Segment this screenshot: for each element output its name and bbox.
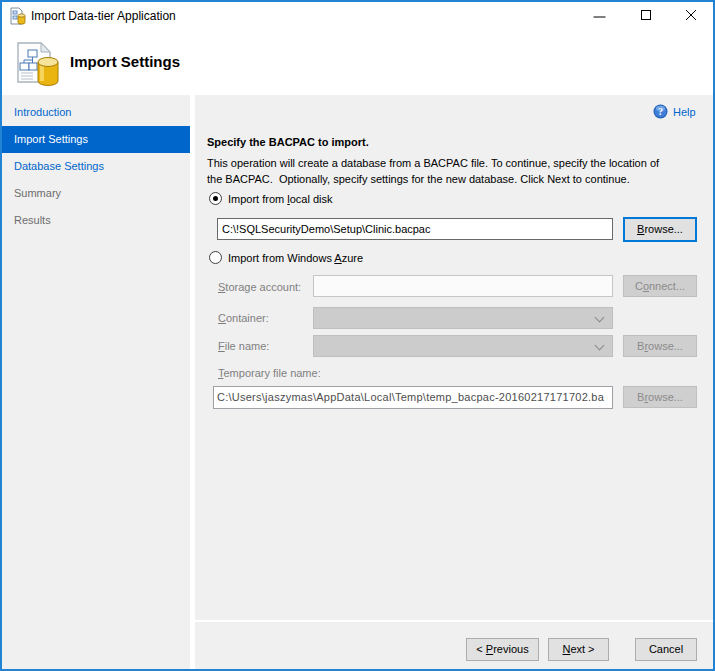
svg-text:?: ? xyxy=(658,106,663,117)
file-name-combobox xyxy=(313,335,613,357)
help-icon: ? xyxy=(653,104,668,119)
page-description: This operation will create a database fr… xyxy=(207,156,707,187)
app-icon xyxy=(9,7,27,25)
chevron-down-icon xyxy=(595,341,605,351)
nav-item-introduction[interactable]: Introduction xyxy=(0,99,190,126)
minimize-button[interactable] xyxy=(577,0,622,30)
import-local-disk-radio[interactable] xyxy=(209,192,222,205)
previous-button[interactable]: < Previous xyxy=(466,638,539,661)
temporary-file-name-label: Temporary file name: xyxy=(218,367,321,379)
browse-temp-button: Browse... xyxy=(623,386,697,408)
temporary-file-input: C:\Users\jaszymas\AppData\Local\Temp\tem… xyxy=(213,386,613,409)
storage-account-input xyxy=(313,275,613,297)
import-azure-radio[interactable] xyxy=(209,251,222,264)
local-path-input[interactable] xyxy=(217,218,613,240)
import-settings-icon xyxy=(14,41,60,89)
next-button[interactable]: Next > xyxy=(548,638,609,661)
container-combobox xyxy=(313,307,613,329)
help-link[interactable]: ? Help xyxy=(653,104,696,119)
title-bar[interactable]: Import Data-tier Application xyxy=(0,0,715,32)
import-data-tier-application-window: Import Data-tier Application Import Sett… xyxy=(0,0,715,671)
chevron-down-icon xyxy=(595,313,605,323)
nav-item-database-settings[interactable]: Database Settings xyxy=(0,153,190,180)
maximize-icon xyxy=(640,9,652,21)
storage-account-label: Storage account: xyxy=(218,281,301,293)
nav-item-summary: Summary xyxy=(0,180,190,207)
import-local-disk-label[interactable]: Import from local disk xyxy=(228,193,333,205)
file-name-label: File name: xyxy=(218,340,269,352)
nav-item-import-settings[interactable]: Import Settings xyxy=(0,126,190,153)
container-label: Container: xyxy=(218,312,269,324)
footer-divider xyxy=(195,620,715,622)
minimize-icon xyxy=(593,9,606,21)
window-title: Import Data-tier Application xyxy=(31,9,176,23)
cancel-button[interactable]: Cancel xyxy=(635,638,697,661)
browse-file-button: Browse... xyxy=(623,335,697,357)
page-title: Import Settings xyxy=(70,53,180,70)
help-label: Help xyxy=(673,106,696,118)
nav-item-results: Results xyxy=(0,207,190,234)
wizard-header: Import Settings xyxy=(0,32,715,95)
page-heading: Specify the BACPAC to import. xyxy=(207,136,369,148)
import-azure-label[interactable]: Import from Windows Azure xyxy=(228,252,363,264)
close-button[interactable] xyxy=(668,0,713,30)
wizard-nav-sidebar: Introduction Import Settings Database Se… xyxy=(0,95,190,671)
connect-button: Connect... xyxy=(623,275,697,297)
close-icon xyxy=(685,9,697,21)
browse-local-button[interactable]: Browse... xyxy=(623,217,697,242)
maximize-button[interactable] xyxy=(623,0,668,30)
